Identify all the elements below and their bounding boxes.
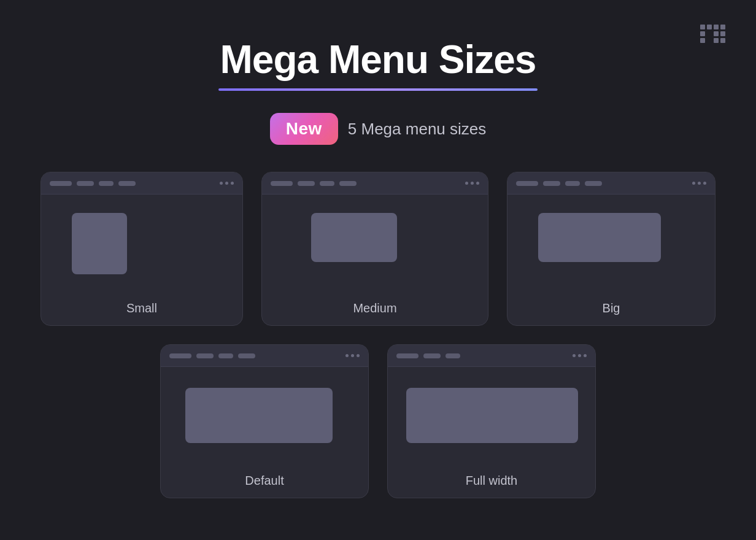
card-label-default: Default <box>161 465 368 498</box>
card-thumbnail-fullwidth <box>406 388 578 443</box>
cards-row-1: Small Medium <box>40 172 716 326</box>
bar-pill <box>396 353 418 358</box>
badge-description: 5 Mega menu sizes <box>348 120 486 139</box>
card-big[interactable]: Big <box>507 172 716 326</box>
header: Mega Menu Sizes <box>0 37 756 91</box>
logo-cell <box>714 25 719 29</box>
bar-pill <box>565 181 580 186</box>
bar-pill <box>218 353 233 358</box>
dot <box>692 182 695 185</box>
logo-cell-empty <box>707 31 712 36</box>
card-thumbnail-medium <box>311 213 397 262</box>
bar-pill <box>339 181 357 186</box>
card-thumbnail-small <box>72 213 127 274</box>
bar-dots <box>692 182 706 185</box>
card-body-default <box>161 367 368 465</box>
dot <box>471 182 474 185</box>
dot <box>357 354 360 357</box>
bar-dots <box>220 182 234 185</box>
bar-dots <box>573 354 587 357</box>
bar-dots <box>345 354 360 357</box>
card-fullwidth[interactable]: Full width <box>387 344 596 498</box>
card-label-big: Big <box>507 293 715 325</box>
card-medium[interactable]: Medium <box>261 172 488 326</box>
card-body-fullwidth <box>388 367 595 465</box>
card-small[interactable]: Small <box>40 172 243 326</box>
card-thumbnail-default <box>185 388 333 443</box>
logo-cell <box>707 25 712 29</box>
dot <box>351 354 354 357</box>
bar-pill <box>298 181 315 186</box>
bar-pill <box>423 353 441 358</box>
dot <box>231 182 234 185</box>
dot <box>703 182 706 185</box>
bar-pill <box>196 353 214 358</box>
title-underline <box>218 88 538 91</box>
card-topbar-medium <box>262 172 488 195</box>
bar-pill <box>320 181 334 186</box>
logo-cell-empty <box>707 38 712 43</box>
bar-dots <box>465 182 479 185</box>
bar-pill <box>516 181 538 186</box>
badge-row: New 5 Mega menu sizes <box>270 113 487 145</box>
dot <box>476 182 479 185</box>
card-body-small <box>41 195 242 293</box>
dot <box>220 182 223 185</box>
bar-pill <box>99 181 114 186</box>
logo-cell <box>720 38 725 43</box>
bar-pill <box>585 181 602 186</box>
bar-pill <box>77 181 94 186</box>
logo-cell <box>720 25 725 29</box>
new-badge: New <box>270 113 338 145</box>
logo-cell <box>700 31 705 36</box>
bar-pill <box>271 181 293 186</box>
dot <box>225 182 228 185</box>
card-thumbnail-big <box>538 213 661 262</box>
card-default[interactable]: Default <box>160 344 369 498</box>
logo-cell <box>700 38 705 43</box>
bar-pill <box>543 181 560 186</box>
card-label-small: Small <box>41 293 242 325</box>
card-body-big <box>507 195 715 293</box>
logo-cell <box>714 38 719 43</box>
page-title: Mega Menu Sizes <box>0 37 756 82</box>
bar-pill <box>169 353 191 358</box>
dot <box>573 354 576 357</box>
card-topbar-small <box>41 172 242 195</box>
card-topbar-default <box>161 345 368 367</box>
bar-pill <box>118 181 136 186</box>
card-label-fullwidth: Full width <box>388 465 595 498</box>
bar-pill <box>446 353 460 358</box>
card-label-medium: Medium <box>262 293 488 325</box>
dot <box>698 182 701 185</box>
logo-cell <box>714 31 719 36</box>
dot <box>465 182 468 185</box>
bar-pill <box>50 181 72 186</box>
logo-icon <box>700 25 725 43</box>
card-body-medium <box>262 195 488 293</box>
dot <box>578 354 581 357</box>
dot <box>584 354 587 357</box>
card-topbar-fullwidth <box>388 345 595 367</box>
logo-cell <box>700 25 705 29</box>
cards-container: Small Medium <box>40 172 716 517</box>
dot <box>345 354 349 357</box>
card-topbar-big <box>507 172 715 195</box>
cards-row-2: Default Full width <box>40 344 716 498</box>
bar-pill <box>238 353 255 358</box>
logo-cell <box>720 31 725 36</box>
